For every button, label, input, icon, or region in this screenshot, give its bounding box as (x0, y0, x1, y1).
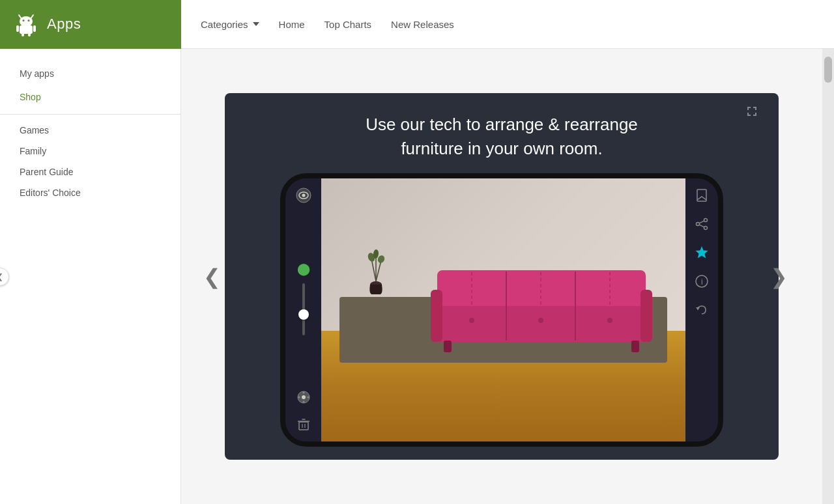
phone-mockup: ⬤ (280, 173, 723, 447)
svg-line-52 (699, 225, 704, 227)
screenshot-card: Use our tech to arrange & rearrange furn… (225, 93, 779, 460)
svg-point-4 (28, 20, 30, 21)
nav-home[interactable]: Home (279, 19, 305, 30)
chevron-down-icon (253, 22, 259, 26)
svg-line-24 (371, 259, 376, 281)
sidebar-menu: My apps Shop Games Family Parent Guide E… (0, 55, 180, 210)
scrollbar-thumb[interactable] (824, 57, 832, 83)
toolbar-info-icon[interactable]: i (690, 270, 713, 293)
svg-rect-32 (437, 270, 646, 306)
nav-top-charts[interactable]: Top Charts (324, 19, 372, 30)
android-icon (13, 11, 39, 37)
toolbar-slider[interactable]: ⬤ (292, 211, 315, 382)
carousel-next-button[interactable]: ❯ (764, 262, 793, 291)
apps-title: Apps (47, 16, 81, 33)
room-scene (321, 178, 685, 441)
sofa (431, 251, 678, 357)
svg-rect-6 (16, 25, 19, 32)
phone-toolbar-right: i (685, 178, 718, 441)
top-bar: Apps Categories Home Top Charts New Rele… (0, 0, 834, 49)
expand-icon (745, 105, 758, 118)
sidebar-collapse-button[interactable]: ❮ (0, 268, 9, 286)
svg-rect-19 (299, 422, 308, 430)
sidebar-item-shop[interactable]: Shop (0, 85, 180, 109)
phone-screen (321, 178, 685, 441)
svg-line-26 (376, 260, 381, 281)
svg-rect-9 (28, 33, 31, 36)
sidebar-item-family[interactable]: Family (0, 141, 180, 161)
plant-icon: ⬤ (292, 257, 315, 281)
toolbar-share-icon[interactable] (690, 212, 713, 236)
svg-point-38 (538, 318, 543, 323)
svg-rect-8 (22, 33, 24, 36)
toolbar-favorite-icon[interactable] (690, 241, 713, 264)
carousel-prev-button[interactable]: ❮ (197, 262, 226, 291)
scrollbar[interactable] (822, 49, 834, 504)
nav-categories[interactable]: Categories (201, 19, 259, 30)
phone-toolbar-left: ⬤ (285, 178, 321, 441)
svg-rect-43 (631, 341, 639, 352)
svg-marker-53 (696, 246, 708, 259)
expand-button[interactable] (741, 101, 762, 122)
toolbar-save-icon[interactable] (690, 184, 713, 207)
sidebar-item-my-apps[interactable]: My apps (0, 62, 180, 85)
svg-point-2 (20, 16, 33, 27)
svg-line-51 (699, 221, 704, 223)
svg-marker-56 (696, 307, 700, 310)
vase-area (365, 249, 388, 297)
sidebar-divider (0, 114, 180, 115)
svg-point-14 (302, 395, 306, 399)
svg-point-15 (302, 391, 304, 393)
svg-point-39 (607, 318, 612, 323)
svg-point-37 (469, 318, 474, 323)
carousel-wrapper: ❮ Use our tech to arrange & rearrange fu… (181, 49, 822, 504)
svg-rect-5 (20, 25, 33, 34)
sidebar: ❮ My apps Shop Games Family Parent Guide… (0, 49, 181, 504)
toolbar-settings-icon[interactable] (292, 385, 315, 409)
svg-point-12 (302, 193, 305, 197)
svg-point-3 (23, 20, 25, 21)
nav-new-releases[interactable]: New Releases (391, 19, 454, 30)
main-nav: Categories Home Top Charts New Releases (181, 0, 474, 49)
sidebar-item-games[interactable]: Games (0, 120, 180, 141)
svg-rect-41 (640, 290, 652, 342)
content-area: ❮ Use our tech to arrange & rearrange fu… (181, 49, 822, 504)
vase-svg (365, 249, 388, 294)
sidebar-item-parent-guide[interactable]: Parent Guide (0, 161, 180, 182)
svg-point-50 (697, 222, 700, 225)
toolbar-delete-icon[interactable] (292, 413, 315, 436)
apps-section: Apps (0, 0, 181, 49)
slider-thumb (298, 309, 309, 320)
svg-point-16 (302, 400, 304, 402)
sidebar-item-editors-choice[interactable]: Editors' Choice (0, 182, 180, 203)
screenshot-tagline: Use our tech to arrange & rearrange furn… (366, 113, 638, 160)
svg-point-48 (704, 218, 708, 221)
toolbar-eye-icon[interactable] (292, 184, 315, 207)
svg-rect-7 (33, 25, 36, 32)
svg-text:i: i (701, 277, 703, 287)
toolbar-undo-icon[interactable] (690, 298, 713, 322)
main-content: ❮ My apps Shop Games Family Parent Guide… (0, 49, 834, 504)
collapse-arrow-icon: ❮ (0, 272, 3, 281)
sofa-svg (431, 251, 652, 355)
slider-track (302, 283, 305, 335)
svg-point-49 (704, 226, 708, 229)
svg-rect-42 (444, 341, 452, 352)
svg-rect-40 (431, 290, 442, 342)
svg-point-17 (298, 396, 300, 398)
svg-point-18 (307, 396, 309, 398)
